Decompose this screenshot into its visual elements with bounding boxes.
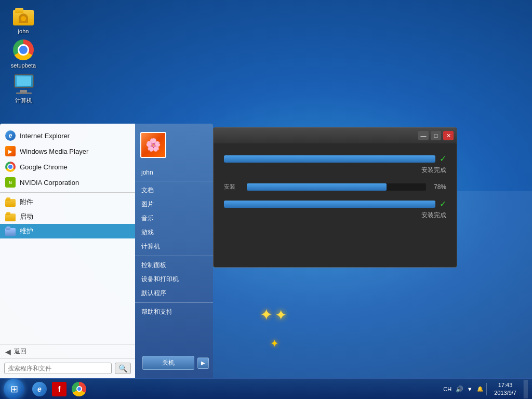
desktop: john setupbeta 计算机 [0,0,532,399]
taskbar-flash-icon[interactable]: f [50,380,69,398]
install-label-2: 安装 [224,183,245,191]
computer-icon-label: 计算机 [15,97,32,104]
taskbar-ie-icon[interactable]: e [30,380,49,398]
chrome-taskbar-icon [72,382,86,396]
start-menu-search-area: 🔍 [0,358,135,378]
start-right-music[interactable]: 音乐 [135,211,213,225]
progress-fill-2 [247,183,387,191]
john-icon-label: john [18,28,29,34]
start-menu-item-ie[interactable]: e Internet Explorer [0,128,135,143]
start-menu-item-qidong[interactable]: 启动 [0,209,135,224]
flash-taskbar-icon: f [52,382,66,396]
start-right-documents[interactable]: 文档 [135,183,213,197]
start-right-pictures[interactable]: 图片 [135,197,213,211]
setupbeta-icon-label: setupbeta [11,62,36,69]
start-menu-item-nvidia[interactable]: N NVIDIA Corporation [0,175,135,190]
taskbar-tray-area: CH 🔊 ▼ 🔔 17:43 2013/9/7 [437,380,532,398]
right-divider-1 [135,181,213,181]
minimize-button[interactable]: — [418,131,429,140]
install-item-2: 安装 78% [224,183,446,191]
start-right-games[interactable]: 游戏 [135,225,213,240]
sparkle-2: ✦ [270,337,279,350]
desktop-icon-john[interactable]: john [5,5,42,34]
status-1: 安装完成 [224,166,446,175]
wmp-icon: ▶ [5,146,16,156]
chrome-icon [5,162,16,172]
progress-bar-3 [224,201,435,208]
start-menu-right-panel: 🌸 john 文档 图片 音乐 游戏 计算机 控制面板 [135,124,213,378]
progress-bar-2 [247,183,426,191]
progress-fill-3 [224,201,435,208]
right-divider-2 [135,256,213,256]
setupbeta-icon [13,39,34,60]
progress-bar-1 [224,155,435,163]
user-avatar: 🌸 [140,132,166,158]
show-desktop-button[interactable] [524,380,528,398]
clock-time: 17:43 [494,381,516,389]
start-menu-item-weihu[interactable]: 维护 [0,224,135,238]
start-right-computer[interactable]: 计算机 [135,240,213,254]
close-button[interactable]: ✕ [443,131,454,140]
fujian-folder-icon [5,197,16,207]
start-menu-apps-list: e Internet Explorer ▶ Windows Media Play… [0,124,135,344]
desktop-sparkle: ✦ [260,305,291,337]
start-right-control-panel[interactable]: 控制面板 [135,258,213,272]
menu-divider-1 [0,192,135,193]
right-divider-3 [135,302,213,303]
start-menu-item-chrome[interactable]: Google Chrome [0,159,135,175]
taskbar: e f CH 🔊 ▼ 🔔 [0,378,532,399]
start-right-john[interactable]: john [135,166,213,179]
shutdown-button[interactable]: 关机 [142,356,194,370]
tray-divider [486,383,487,395]
start-menu-search-input[interactable] [4,363,112,374]
progress-fill-1 [224,155,435,163]
qidong-folder-icon [5,212,16,221]
tray-icon-battery[interactable]: ▼ [466,385,474,393]
ie-taskbar-icon: e [32,382,47,396]
start-menu-item-wmp[interactable]: ▶ Windows Media Player [0,143,135,159]
start-menu-back[interactable]: ◀ 返回 [0,344,135,358]
tray-icon-speaker[interactable]: 🔔 [476,385,484,393]
status-3: 安装完成 [224,211,446,220]
computer-icon [13,74,34,95]
check-icon-3: ✓ [440,199,446,209]
taskbar-clock[interactable]: 17:43 2013/9/7 [490,381,521,396]
maximize-button[interactable]: □ [431,131,441,140]
desktop-icon-computer[interactable]: 计算机 [5,74,42,104]
john-icon [13,5,34,26]
start-menu-bottom: 关机 ▶ [135,352,213,374]
desktop-icons-area: john setupbeta 计算机 [0,0,47,115]
percent-label-2: 78% [428,183,446,191]
tray-icon-network[interactable]: 🔊 [455,385,463,393]
ie-icon: e [5,130,16,141]
weihu-folder-icon [5,227,16,236]
start-menu-item-fujian[interactable]: 附件 [0,195,135,209]
taskbar-tray: CH 🔊 ▼ 🔔 [442,383,487,395]
start-menu-left-panel: e Internet Explorer ▶ Windows Media Play… [0,124,135,378]
start-menu-search-button[interactable]: 🔍 [115,363,131,374]
start-menu-user-area: 🌸 [135,128,213,162]
install-item-3: ✓ 安装完成 [224,199,446,220]
taskbar-chrome-icon[interactable] [70,380,88,398]
shutdown-arrow-button[interactable]: ▶ [197,357,209,369]
start-button[interactable] [0,379,28,400]
back-arrow-icon: ◀ [5,348,11,356]
taskbar-items: e f [28,380,437,398]
desktop-icon-setupbeta[interactable]: setupbeta [5,39,42,69]
start-menu: e Internet Explorer ▶ Windows Media Play… [0,124,213,378]
language-indicator[interactable]: CH [442,386,453,392]
clock-date: 2013/9/7 [494,389,516,396]
start-right-devices[interactable]: 设备和打印机 [135,272,213,286]
check-icon-1: ✓ [440,154,446,164]
window-titlebar: — □ ✕ [214,128,457,143]
install-item-1: ✓ 安装完成 [224,154,446,175]
nvidia-icon: N [5,177,16,188]
start-right-defaults[interactable]: 默认程序 [135,286,213,300]
start-right-help[interactable]: 帮助和支持 [135,305,213,319]
installer-content: ✓ 安装完成 安装 78% [214,143,457,230]
start-orb[interactable] [4,379,24,400]
installer-window: — □ ✕ ✓ 安装完成 安装 [213,127,457,268]
